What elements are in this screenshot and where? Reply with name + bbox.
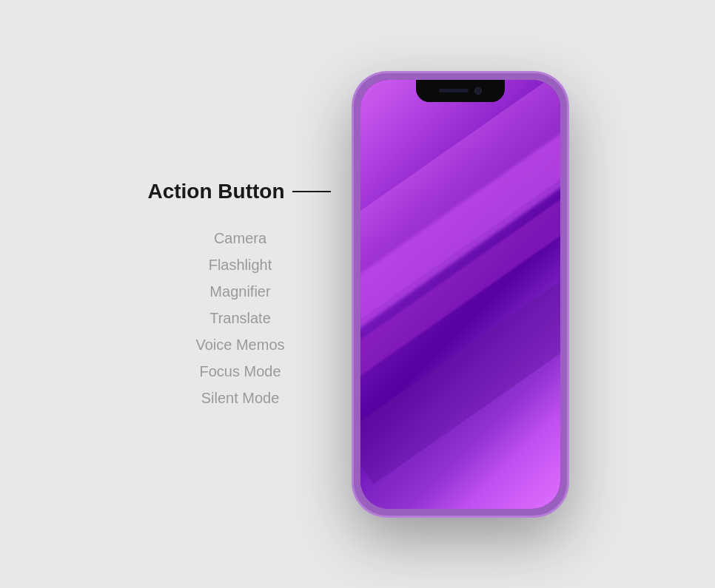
menu-item-magnifier[interactable]: Magnifier: [209, 280, 270, 303]
notch-camera: [474, 87, 482, 95]
menu-item-flashlight[interactable]: Flashlight: [209, 254, 272, 276]
action-button-label-text: Action Button: [147, 180, 284, 203]
menu-items-list: CameraFlashlightMagnifierTranslateVoice …: [195, 227, 330, 409]
notch-speaker: [439, 89, 469, 92]
menu-item-silent-mode[interactable]: Silent Mode: [201, 387, 280, 409]
menu-item-focus-mode[interactable]: Focus Mode: [199, 360, 281, 382]
menu-item-translate[interactable]: Translate: [209, 307, 271, 329]
notch: [416, 80, 505, 102]
iphone-screen: [360, 80, 560, 509]
left-panel: Action Button CameraFlashlightMagnifierT…: [147, 180, 330, 409]
iphone-wrapper: [353, 72, 568, 516]
connector-line-decoration: [292, 191, 331, 192]
wallpaper: [360, 80, 560, 509]
action-button-heading: Action Button: [147, 180, 330, 203]
menu-item-voice-memos[interactable]: Voice Memos: [195, 334, 284, 356]
iphone-body: [353, 72, 568, 516]
scene: Action Button CameraFlashlightMagnifierT…: [0, 0, 715, 588]
menu-item-camera[interactable]: Camera: [214, 227, 266, 249]
